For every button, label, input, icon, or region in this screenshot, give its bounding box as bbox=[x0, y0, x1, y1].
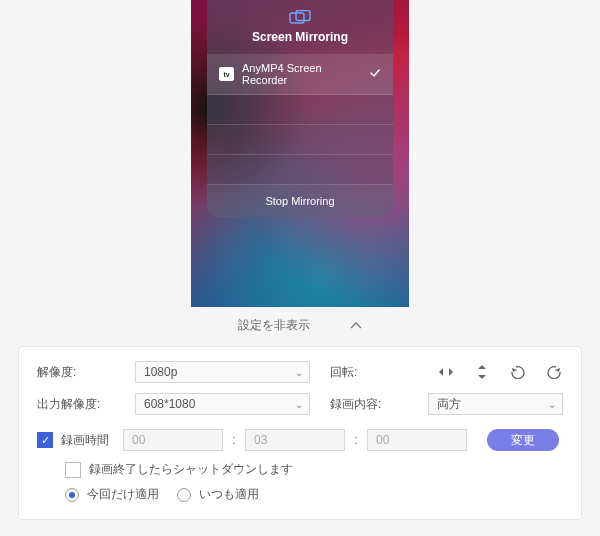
time-hours-input[interactable]: 00 bbox=[123, 429, 223, 451]
mirror-empty-row bbox=[207, 155, 393, 185]
change-button[interactable]: 変更 bbox=[487, 429, 559, 451]
mirror-empty-row bbox=[207, 125, 393, 155]
output-resolution-label: 出力解像度: bbox=[37, 396, 127, 413]
svg-rect-0 bbox=[290, 13, 304, 23]
time-minutes-input[interactable]: 03 bbox=[245, 429, 345, 451]
flip-vertical-icon[interactable] bbox=[473, 363, 491, 381]
collapse-label: 設定を非表示 bbox=[238, 317, 310, 334]
mirror-title: Screen Mirroring bbox=[207, 30, 393, 44]
chevron-down-icon: ⌄ bbox=[548, 399, 556, 410]
screen-mirroring-icon bbox=[207, 10, 393, 26]
resolution-value: 1080p bbox=[144, 365, 177, 379]
time-colon: : bbox=[353, 433, 359, 447]
apply-once-radio[interactable] bbox=[65, 488, 79, 502]
mirror-empty-row bbox=[207, 95, 393, 125]
record-content-select[interactable]: 両方 ⌄ bbox=[428, 393, 563, 415]
shutdown-label: 録画終了したらシャットダウンします bbox=[89, 461, 293, 478]
output-resolution-value: 608*1080 bbox=[144, 397, 195, 411]
time-seconds-input[interactable]: 00 bbox=[367, 429, 467, 451]
settings-panel: 解像度: 1080p ⌄ 回転: 出力解像度: 608*1080 ⌄ bbox=[18, 346, 582, 520]
apply-once-label: 今回だけ適用 bbox=[87, 486, 159, 503]
resolution-label: 解像度: bbox=[37, 364, 127, 381]
rotation-label: 回転: bbox=[330, 364, 357, 381]
chevron-down-icon: ⌄ bbox=[295, 399, 303, 410]
collapse-settings-bar[interactable]: 設定を非表示 bbox=[0, 307, 600, 346]
tv-icon: tv bbox=[219, 67, 234, 81]
mirror-device-row[interactable]: tv AnyMP4 Screen Recorder bbox=[207, 54, 393, 95]
record-time-label: 録画時間 bbox=[61, 432, 109, 449]
chevron-up-icon bbox=[350, 319, 362, 333]
flip-horizontal-icon[interactable] bbox=[437, 363, 455, 381]
rotate-right-icon[interactable] bbox=[545, 363, 563, 381]
mirror-panel: Screen Mirroring tv AnyMP4 Screen Record… bbox=[207, 0, 393, 217]
svg-rect-1 bbox=[296, 11, 310, 21]
stop-mirroring-button[interactable]: Stop Mirroring bbox=[207, 185, 393, 217]
rotate-left-icon[interactable] bbox=[509, 363, 527, 381]
record-time-checkbox[interactable]: ✓ bbox=[37, 432, 53, 448]
resolution-select[interactable]: 1080p ⌄ bbox=[135, 361, 310, 383]
time-colon: : bbox=[231, 433, 237, 447]
shutdown-checkbox[interactable] bbox=[65, 462, 81, 478]
phone-preview: Screen Mirroring tv AnyMP4 Screen Record… bbox=[191, 0, 409, 307]
check-icon bbox=[369, 67, 381, 81]
mirror-device-name: AnyMP4 Screen Recorder bbox=[242, 62, 361, 86]
output-resolution-select[interactable]: 608*1080 ⌄ bbox=[135, 393, 310, 415]
record-content-value: 両方 bbox=[437, 396, 461, 413]
content-label: 録画内容: bbox=[330, 396, 381, 413]
apply-always-radio[interactable] bbox=[177, 488, 191, 502]
apply-always-label: いつも適用 bbox=[199, 486, 259, 503]
chevron-down-icon: ⌄ bbox=[295, 367, 303, 378]
